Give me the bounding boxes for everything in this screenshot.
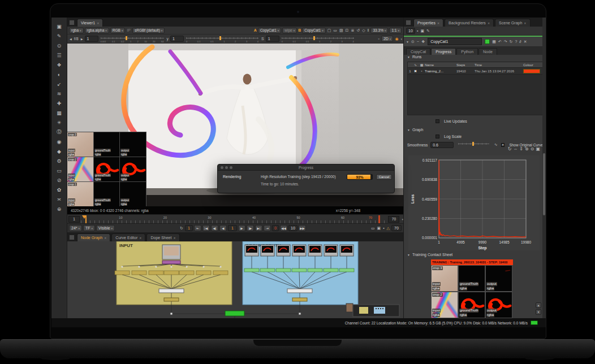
goto-end-button[interactable]: ⇥: [264, 225, 271, 231]
decrement-button[interactable]: ◀◀: [280, 225, 287, 231]
input-b-select[interactable]: CopyCat1▾: [302, 28, 325, 33]
gamma-field[interactable]: 1: [170, 36, 184, 42]
draw-menu-button[interactable]: ✎: [54, 32, 64, 40]
gain-slider[interactable]: 0.0010.1 0.21 210 2064: [101, 36, 164, 42]
loss-chart[interactable]: 0.921117 0.690838 0.460559 0.230280 0.00…: [408, 155, 540, 250]
channel-menu-button[interactable]: ☰: [54, 51, 64, 59]
scroll-down-button[interactable]: ▼: [536, 309, 541, 315]
refresh-icon[interactable]: ↺: [355, 28, 361, 33]
particles-menu-button[interactable]: ✳: [54, 118, 64, 127]
panel-scrollbar[interactable]: [542, 18, 546, 318]
undo-icon[interactable]: ↶: [497, 40, 503, 44]
wipe-select[interactable]: wipe▾: [282, 28, 297, 33]
chevron-down-icon[interactable]: ▾: [400, 37, 402, 41]
tab-scene-graph[interactable]: Scene Graph ✕: [495, 19, 530, 27]
full-frame-icon[interactable]: ▣: [376, 226, 382, 231]
range-start-field[interactable]: 1: [68, 216, 80, 223]
zoom-select[interactable]: 33.3%▾: [370, 28, 388, 33]
revert-icon[interactable]: ↻: [508, 40, 514, 44]
close-icon[interactable]: ✕: [104, 236, 106, 240]
range-end-field[interactable]: 70: [388, 216, 399, 223]
views-menu-button[interactable]: ◉: [54, 137, 64, 146]
close-icon[interactable]: ✕: [139, 236, 141, 240]
scrollbar-thumb[interactable]: [543, 153, 545, 215]
close-icon[interactable]: ✕: [524, 21, 526, 25]
saturation-slider[interactable]: 00.1 0.51 23 4: [282, 36, 354, 42]
frame-h-icon[interactable]: ⇔: [513, 146, 518, 151]
tab-node-graph[interactable]: Node Graph ✕: [77, 233, 110, 241]
saturation-field[interactable]: 1: [266, 36, 279, 42]
toolsets-menu-button[interactable]: ⚙: [54, 157, 64, 165]
close-icon[interactable]: ✕: [488, 21, 490, 25]
tab-copycat[interactable]: CopyCat: [406, 48, 430, 55]
timeline-ruler[interactable]: 10 20 30 40 50 60 70: [81, 215, 387, 223]
close-icon[interactable]: ✕: [97, 21, 99, 25]
table-row[interactable]: 1 ✖ ● Training_2... 19410 Thu Jan 15 13:…: [407, 68, 543, 75]
smoothness-field[interactable]: 0.6: [430, 142, 453, 148]
run-radio[interactable]: ●: [419, 70, 425, 72]
channels-select[interactable]: rgba▾: [69, 28, 84, 33]
tab-curve-editor[interactable]: Curve Editor ✕: [111, 233, 145, 241]
archive-menu-button[interactable]: ≍: [54, 195, 64, 203]
log-scale-checkbox[interactable]: [436, 135, 439, 138]
play-backward-button[interactable]: ◀: [219, 225, 227, 231]
run-colour-swatch[interactable]: [523, 69, 540, 73]
loop-icon[interactable]: ↻: [179, 226, 184, 231]
overlay-icon[interactable]: ⊡: [344, 28, 350, 33]
mask-icon[interactable]: ▢: [326, 28, 333, 33]
filter-menu-button[interactable]: ◐: [54, 70, 64, 79]
prev-keyframe-button[interactable]: |◀: [202, 225, 210, 231]
close-panel-icon[interactable]: ✕: [523, 40, 528, 44]
frame-range-icon[interactable]: ▭: [370, 226, 376, 231]
out-frame-field[interactable]: 0: [272, 225, 279, 231]
selection-box-icon[interactable]: ▫: [377, 37, 380, 41]
checker-icon[interactable]: ▨: [338, 28, 344, 33]
step-back-button[interactable]: ◀|: [211, 225, 218, 231]
help-icon[interactable]: ?: [514, 40, 518, 44]
frame-v-icon[interactable]: ⇕: [519, 146, 523, 151]
runs-section-header[interactable]: ▼ Runs: [407, 55, 421, 59]
ocio-menu-button[interactable]: ⊘: [54, 176, 64, 184]
pane-menu-icon[interactable]: [69, 20, 75, 25]
play-forward-button[interactable]: ▶: [238, 225, 245, 231]
tab-node[interactable]: Node: [478, 48, 497, 55]
curve-button-icon[interactable]: ∿: [493, 142, 499, 147]
smoothness-slider[interactable]: [458, 141, 489, 148]
gain-field[interactable]: 1: [85, 36, 98, 42]
color-menu-button[interactable]: ❖: [54, 60, 64, 69]
next-keyframe-button[interactable]: ▶|: [255, 225, 262, 231]
other-menu-button[interactable]: ▭: [54, 166, 64, 175]
input-a-select[interactable]: CopyCat1▾: [258, 28, 281, 33]
cancel-button[interactable]: Cancel: [376, 174, 392, 180]
metadata-menu-button[interactable]: ◆: [54, 147, 64, 155]
3d-menu-button[interactable]: ▦: [54, 109, 64, 117]
active-viewer-icon[interactable]: ◉: [394, 37, 399, 41]
visibility-select[interactable]: Visible▾: [96, 225, 115, 231]
zoom-in-icon[interactable]: ⊕: [525, 146, 529, 151]
roi-icon[interactable]: ◇: [361, 28, 366, 33]
close-icon[interactable]: ✕: [173, 236, 175, 240]
merge-menu-button[interactable]: ≋: [54, 89, 64, 98]
image-menu-button[interactable]: ▣: [54, 22, 64, 31]
in-frame-field[interactable]: 1: [185, 225, 193, 231]
increment-button[interactable]: ▶▶: [299, 225, 306, 231]
frame-all-icon[interactable]: ▣: [536, 146, 540, 151]
graph-section-header[interactable]: ▼ Graph: [407, 128, 423, 132]
tab-properties[interactable]: Properties ✕: [413, 19, 443, 27]
alpha-select[interactable]: rgba.alpha▾: [85, 28, 109, 33]
edit-icon[interactable]: ✎: [425, 29, 431, 33]
node-name-field[interactable]: CopyCat1: [428, 38, 482, 45]
ratio-select[interactable]: 1:1▾: [389, 28, 402, 33]
contact-sheet-section-header[interactable]: ▼ Training Contact Sheet: [407, 253, 452, 257]
frame-step-field[interactable]: 10: [288, 225, 298, 231]
playhead[interactable]: [85, 215, 87, 223]
refresh-icon[interactable]: ↻: [508, 146, 512, 151]
center-node-icon[interactable]: ⊙: [410, 40, 416, 44]
tab-python[interactable]: Python: [456, 48, 478, 55]
fstop-prev-icon[interactable]: ◀: [68, 37, 73, 41]
float-panel-icon[interactable]: ∂: [518, 40, 522, 44]
tab-progress[interactable]: Progress: [431, 48, 456, 55]
show-original-checkbox[interactable]: ✕: [501, 143, 505, 147]
step-forward-button[interactable]: |▶: [247, 225, 254, 231]
pause-icon[interactable]: ‖: [367, 28, 370, 32]
